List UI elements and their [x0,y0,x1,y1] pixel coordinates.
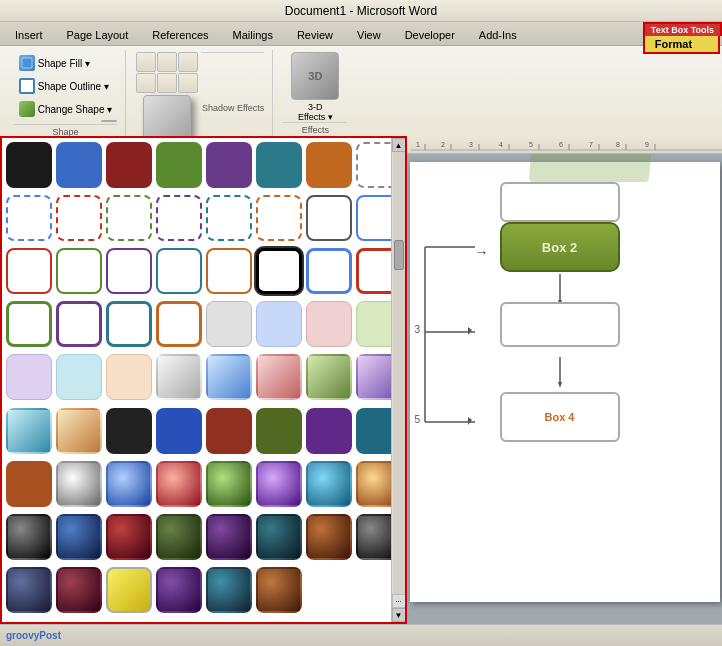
shape-dk-black[interactable] [6,514,52,560]
tab-references[interactable]: References [141,23,219,45]
shape-solid2-orange[interactable] [6,461,52,507]
shape-picker-more[interactable]: ··· [392,594,406,608]
shape-lt-blue[interactable] [256,301,302,347]
shape-grad-teal[interactable] [6,408,52,454]
shadow-group-label: Shadow Effects [202,52,264,113]
shape-thick-blue[interactable] [306,248,352,294]
shape-solid2-purple[interactable] [306,408,352,454]
scroll-up-button[interactable]: ▲ [392,138,406,152]
shape-fill-button[interactable]: Shape Fill ▾ [15,52,117,74]
shape-dk-blue[interactable] [56,514,102,560]
shape-lt-teal[interactable] [56,354,102,400]
shape-thick-orange[interactable] [156,301,202,347]
shape-out-black[interactable] [306,195,352,241]
change-shape-button[interactable]: Change Shape ▾ [15,98,117,120]
shape-grad-blue[interactable] [206,354,252,400]
shadow-small-btn-1[interactable] [136,52,156,72]
shadow-small-btn-3[interactable] [178,52,198,72]
shape-thick-teal[interactable] [106,301,152,347]
tab-addins[interactable]: Add-Ins [468,23,528,45]
shape-solid2-green[interactable] [256,408,302,454]
shape-dash-teal[interactable] [206,195,252,241]
shape-thick-purple[interactable] [56,301,102,347]
shape-dk-purple[interactable] [206,514,252,560]
shape-last-teal[interactable] [206,567,252,613]
shape-3d-gray[interactable] [56,461,102,507]
shape-dk-teal[interactable] [256,514,302,560]
shape-out-purple[interactable] [106,248,152,294]
shape-out-teal[interactable] [156,248,202,294]
shape-solid-teal[interactable] [256,142,302,188]
shape-thick-green[interactable] [6,301,52,347]
shape-3d-blue[interactable] [106,461,152,507]
tab-developer[interactable]: Developer [394,23,466,45]
row-num-3: 3 [415,324,421,335]
shape-solid-green[interactable] [156,142,202,188]
shadow-small-btn-5[interactable] [157,73,177,93]
shape-out-red[interactable] [6,248,52,294]
shadow-small-btn-6[interactable] [178,73,198,93]
shape-dash-blue[interactable] [6,195,52,241]
shape-grad-gray[interactable] [156,354,202,400]
shape-3d-teal[interactable] [306,461,352,507]
shape-grid [2,138,405,622]
shape-dash-red[interactable] [56,195,102,241]
shape-out-orange[interactable] [206,248,252,294]
box4-label: Box 4 [545,411,575,423]
shadow-small-btn-4[interactable] [136,73,156,93]
shape-solid-orange[interactable] [306,142,352,188]
tab-mailings[interactable]: Mailings [222,23,284,45]
shape-dash-purple[interactable] [156,195,202,241]
shape-grad-pink[interactable] [256,354,302,400]
tab-insert[interactable]: Insert [4,23,54,45]
shape-fill-label: Shape Fill ▾ [38,58,90,69]
shape-3d-red[interactable] [156,461,202,507]
shape-picker-scrollbar[interactable]: ▲ ··· ▼ [391,138,405,622]
shape-outline-label: Shape Outline ▾ [38,81,109,92]
shape-solid2-blue[interactable] [156,408,202,454]
shape-lt-purple[interactable] [6,354,52,400]
shape-dk-red[interactable] [106,514,152,560]
tab-review[interactable]: Review [286,23,344,45]
scroll-track [393,152,405,594]
shape-grad-orange[interactable] [56,408,102,454]
shape-dash-green[interactable] [106,195,152,241]
tab-page-layout[interactable]: Page Layout [56,23,140,45]
shape-last-blue[interactable] [6,567,52,613]
shape-solid-darkred[interactable] [106,142,152,188]
shape-dash-orange[interactable] [256,195,302,241]
3d-effects-button[interactable]: 3D 3-D Effects ▾ [291,52,339,122]
shape-solid2-red[interactable] [206,408,252,454]
scroll-thumb[interactable] [394,240,404,270]
shape-yellow[interactable] [106,567,152,613]
scroll-down-button[interactable]: ▼ [392,608,406,622]
shape-thick-black-selected[interactable] [256,248,302,294]
shape-3d-green[interactable] [206,461,252,507]
box-middle[interactable] [500,302,620,347]
change-shape-icon [19,101,35,117]
shadow-small-btn-2[interactable] [157,52,177,72]
shape-3d-purple[interactable] [256,461,302,507]
shape-dk-orange[interactable] [306,514,352,560]
ruler-svg: 1 2 3 4 5 6 7 8 9 [411,136,722,154]
shape-out-green[interactable] [56,248,102,294]
shape-dk-green[interactable] [156,514,202,560]
shape-solid-purple[interactable] [206,142,252,188]
shape-expand-icon[interactable] [101,120,117,122]
shape-last-purple[interactable] [156,567,202,613]
shape-last-red[interactable] [56,567,102,613]
tab-view[interactable]: View [346,23,392,45]
change-shape-label: Change Shape ▾ [38,104,113,115]
shape-outline-button[interactable]: Shape Outline ▾ [15,75,117,97]
shape-grad-green[interactable] [306,354,352,400]
shape-solid-blue[interactable] [56,142,102,188]
shape-lt-gray[interactable] [206,301,252,347]
box-top[interactable] [500,182,620,222]
shape-solid2-black[interactable] [106,408,152,454]
box4[interactable]: Box 4 [500,392,620,442]
tab-format[interactable]: Format [643,36,720,54]
shape-lt-orange[interactable] [106,354,152,400]
shape-lt-pink[interactable] [306,301,352,347]
shape-solid-black[interactable] [6,142,52,188]
shape-last-orange[interactable] [256,567,302,613]
